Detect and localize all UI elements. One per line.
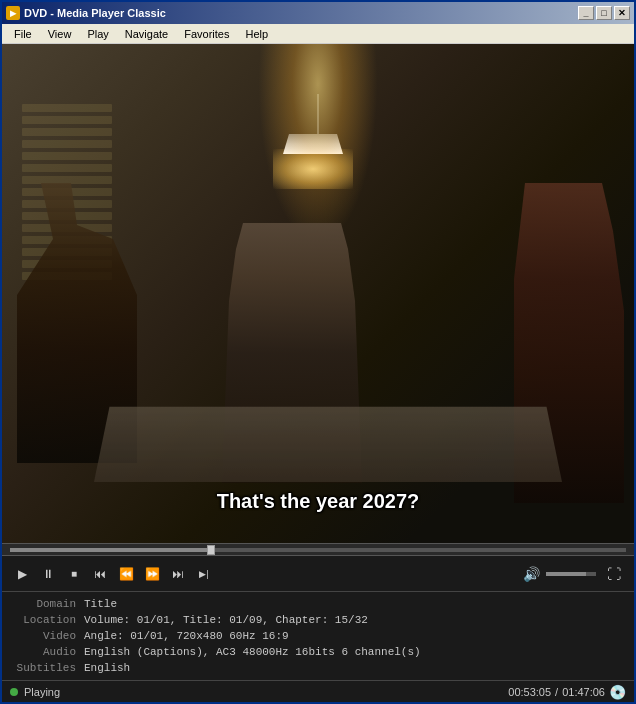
main-window: ▶ DVD - Media Player Classic _ □ ✕ File …: [0, 0, 636, 704]
lamp-fixture: [283, 94, 353, 189]
prev-chapter-button[interactable]: ⏮: [88, 562, 112, 586]
location-label: Location: [14, 612, 84, 628]
domain-row: Domain Title: [14, 596, 622, 612]
location-value: Volume: 01/01, Title: 01/09, Chapter: 15…: [84, 612, 368, 628]
maximize-button[interactable]: □: [596, 6, 612, 20]
menu-favorites[interactable]: Favorites: [176, 26, 237, 42]
time-separator: /: [555, 686, 558, 698]
play-button[interactable]: ▶: [10, 562, 34, 586]
video-content: That's the year 2027?: [2, 44, 634, 543]
menu-play[interactable]: Play: [79, 26, 116, 42]
audio-row: Audio English (Captions), AC3 48000Hz 16…: [14, 644, 622, 660]
volume-bar[interactable]: [546, 572, 596, 576]
menu-help[interactable]: Help: [237, 26, 276, 42]
audio-label: Audio: [14, 644, 84, 660]
pause-button[interactable]: ⏸: [36, 562, 60, 586]
domain-value: Title: [84, 596, 117, 612]
info-panel: Domain Title Location Volume: 01/01, Tit…: [2, 591, 634, 680]
seek-bar-track[interactable]: [10, 548, 626, 552]
lamp-shade: [283, 134, 343, 154]
video-area[interactable]: That's the year 2027?: [2, 44, 634, 543]
next-chapter-button[interactable]: ⏭: [166, 562, 190, 586]
subtitle-text: That's the year 2027?: [2, 490, 634, 513]
stop-button[interactable]: ■: [62, 562, 86, 586]
video-row: Video Angle: 01/01, 720x480 60Hz 16:9: [14, 628, 622, 644]
menu-navigate[interactable]: Navigate: [117, 26, 176, 42]
time-current: 00:53:05: [508, 686, 551, 698]
seek-bar-thumb[interactable]: [207, 545, 215, 555]
fullscreen-button[interactable]: ⛶: [602, 562, 626, 586]
title-buttons: _ □ ✕: [578, 6, 630, 20]
status-left: Playing: [10, 686, 60, 698]
subtitles-row: Subtitles English: [14, 660, 622, 676]
dvd-icon: 💿: [609, 684, 626, 700]
frame-button[interactable]: ▶|: [192, 562, 216, 586]
volume-icon: 🔊: [523, 566, 540, 582]
minimize-button[interactable]: _: [578, 6, 594, 20]
menu-file[interactable]: File: [6, 26, 40, 42]
table-surface: [94, 407, 562, 482]
play-indicator: [10, 688, 18, 696]
menu-view[interactable]: View: [40, 26, 80, 42]
volume-fill: [546, 572, 586, 576]
subtitles-label: Subtitles: [14, 660, 84, 676]
time-total: 01:47:06: [562, 686, 605, 698]
title-bar-left: ▶ DVD - Media Player Classic: [6, 6, 166, 20]
status-right: 00:53:05 / 01:47:06 💿: [508, 684, 626, 700]
domain-label: Domain: [14, 596, 84, 612]
location-row: Location Volume: 01/01, Title: 01/09, Ch…: [14, 612, 622, 628]
window-title: DVD - Media Player Classic: [24, 7, 166, 19]
audio-value: English (Captions), AC3 48000Hz 16bits 6…: [84, 644, 421, 660]
subtitles-value: English: [84, 660, 130, 676]
rewind-button[interactable]: ⏪: [114, 562, 138, 586]
seek-bar-fill: [10, 548, 207, 552]
video-label: Video: [14, 628, 84, 644]
app-icon: ▶: [6, 6, 20, 20]
title-bar: ▶ DVD - Media Player Classic _ □ ✕: [2, 2, 634, 24]
close-button[interactable]: ✕: [614, 6, 630, 20]
lamp-cord: [317, 94, 319, 134]
fast-forward-button[interactable]: ⏩: [140, 562, 164, 586]
menu-bar: File View Play Navigate Favorites Help: [2, 24, 634, 44]
lamp-glow: [273, 149, 353, 189]
seek-bar-container[interactable]: [2, 543, 634, 555]
controls-bar: ▶ ⏸ ■ ⏮ ⏪ ⏩ ⏭ ▶| 🔊 ⛶: [2, 555, 634, 591]
video-value: Angle: 01/01, 720x480 60Hz 16:9: [84, 628, 289, 644]
status-playing: Playing: [24, 686, 60, 698]
status-bar: Playing 00:53:05 / 01:47:06 💿: [2, 680, 634, 702]
